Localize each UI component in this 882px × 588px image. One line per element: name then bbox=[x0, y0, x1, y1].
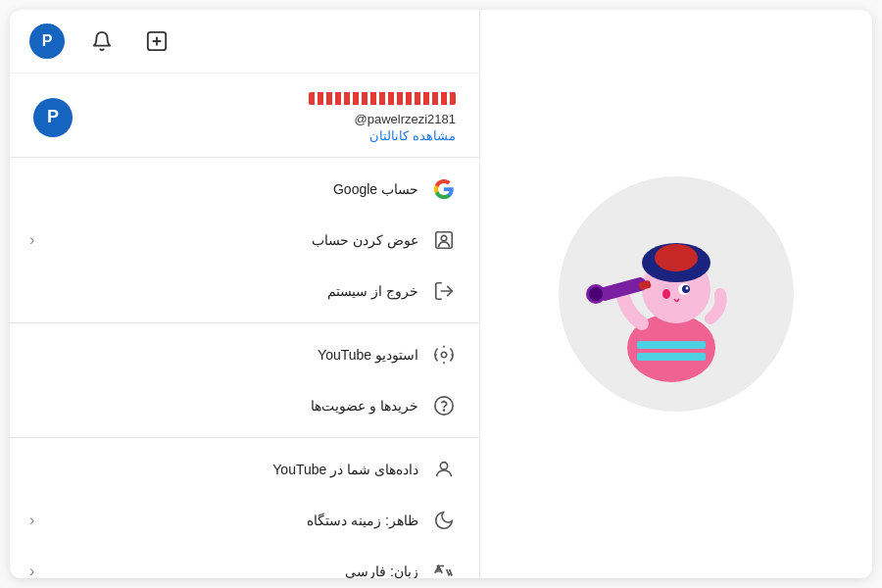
view-channel-link[interactable]: مشاهده کانالتان bbox=[86, 128, 456, 143]
your-data-label: داده‌های شما در YouTube bbox=[29, 462, 428, 477]
svg-point-19 bbox=[662, 289, 670, 299]
section-account: حساب Google عوض کردن حساب ‹ bbox=[10, 158, 479, 323]
translate-icon bbox=[428, 556, 460, 578]
chevron-appearance-icon: ‹ bbox=[29, 512, 34, 529]
menu-panel: P @pawelrz bbox=[10, 10, 480, 578]
top-icons-bar: P bbox=[10, 10, 479, 74]
profile-email: @pawelrzezi2181 bbox=[86, 112, 456, 126]
svg-rect-14 bbox=[637, 341, 706, 349]
google-icon bbox=[428, 173, 460, 205]
main-container: P @pawelrz bbox=[10, 10, 872, 578]
menu-item-purchases[interactable]: خریدها و عضویت‌ها bbox=[10, 380, 479, 431]
google-account-label: حساب Google bbox=[29, 181, 428, 197]
chevron-left-icon: ‹ bbox=[29, 231, 34, 249]
person-icon bbox=[428, 224, 460, 256]
illustration-background bbox=[559, 176, 794, 412]
profile-section: @pawelrzezi2181 مشاهده کانالتان P bbox=[10, 74, 479, 158]
svg-rect-15 bbox=[637, 353, 706, 361]
data-person-icon bbox=[428, 454, 460, 485]
profile-info: @pawelrzezi2181 مشاهده کانالتان bbox=[86, 91, 456, 143]
purchases-label: خریدها و عضویت‌ها bbox=[29, 398, 428, 414]
menu-item-your-data[interactable]: داده‌های شما در YouTube bbox=[10, 444, 479, 495]
menu-item-logout[interactable]: خروج از سیستم bbox=[10, 266, 479, 317]
illustration-panel bbox=[480, 10, 872, 578]
user-avatar-small[interactable]: P bbox=[29, 24, 65, 59]
svg-point-25 bbox=[589, 287, 603, 301]
chevron-language-icon: ‹ bbox=[29, 563, 34, 578]
menu-item-appearance[interactable]: ظاهر: زمینه دستگاه ‹ bbox=[10, 495, 479, 546]
menu-item-google-account[interactable]: حساب Google bbox=[10, 164, 479, 215]
svg-point-22 bbox=[686, 287, 689, 290]
studio-label: استودیو YouTube bbox=[29, 347, 428, 363]
moon-icon bbox=[428, 505, 460, 536]
illustration-image bbox=[578, 196, 774, 392]
svg-point-9 bbox=[440, 463, 447, 469]
add-video-icon[interactable] bbox=[139, 24, 174, 59]
dollar-icon bbox=[428, 390, 460, 421]
notifications-icon[interactable] bbox=[84, 24, 120, 59]
svg-point-4 bbox=[441, 235, 447, 241]
section-settings: داده‌های شما در YouTube ظاهر: زمینه دستگ… bbox=[10, 438, 479, 578]
language-label: زبان: فارسی bbox=[34, 564, 428, 578]
svg-point-6 bbox=[441, 352, 447, 358]
logout-label: خروج از سیستم bbox=[29, 283, 428, 299]
menu-item-studio[interactable]: استودیو YouTube bbox=[10, 329, 479, 380]
logout-icon bbox=[428, 275, 460, 307]
profile-avatar[interactable]: P bbox=[33, 98, 73, 137]
svg-point-7 bbox=[435, 397, 453, 415]
switch-account-label: عوض کردن حساب bbox=[34, 232, 428, 248]
svg-point-8 bbox=[444, 410, 445, 411]
appearance-label: ظاهر: زمینه دستگاه bbox=[34, 513, 428, 528]
svg-point-18 bbox=[655, 244, 698, 271]
studio-icon bbox=[428, 339, 460, 370]
menu-item-switch-account[interactable]: عوض کردن حساب ‹ bbox=[10, 215, 479, 266]
section-youtube-tools: استودیو YouTube خریدها و عضویت‌ها bbox=[10, 323, 479, 438]
menu-item-language[interactable]: زبان: فارسی ‹ bbox=[10, 546, 479, 578]
